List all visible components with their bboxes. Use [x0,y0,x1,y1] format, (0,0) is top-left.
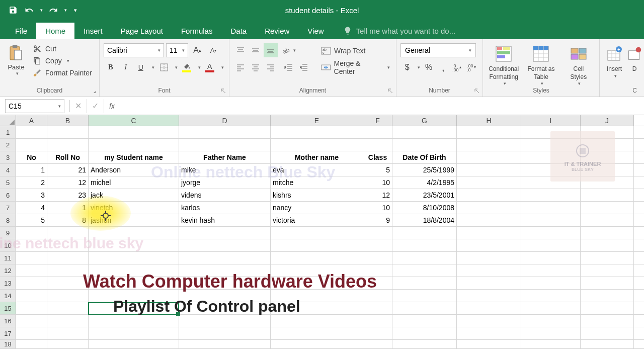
underline-button[interactable]: U [134,60,148,74]
decrease-indent-button[interactable] [282,60,296,74]
underline-dropdown[interactable]: ▾ [149,60,156,74]
conditional-formatting-button[interactable]: Conditional Formatting▾ [487,43,520,87]
cell[interactable] [392,315,457,327]
cell[interactable] [581,189,634,201]
cell[interactable] [457,176,521,189]
cell[interactable] [457,277,521,289]
cell[interactable] [392,327,457,339]
percent-button[interactable]: % [422,60,436,74]
cell[interactable]: videns [179,189,271,201]
cell[interactable] [16,302,47,314]
cell[interactable] [89,139,179,151]
cell[interactable] [363,277,392,289]
cell[interactable] [179,277,271,289]
undo-button[interactable] [21,2,37,18]
cell[interactable] [16,139,47,151]
cell[interactable] [457,164,521,176]
cell-styles-button[interactable]: Cell Styles▾ [562,43,595,87]
cell[interactable] [47,327,89,339]
qat-customize[interactable]: ▾ [69,2,79,18]
clipboard-launcher[interactable] [90,87,97,95]
row-header-5[interactable]: 5 [0,176,16,189]
cell[interactable] [457,340,521,348]
cell[interactable] [16,227,47,239]
cell[interactable] [16,327,47,339]
cell[interactable] [47,290,89,302]
cell[interactable]: vinetch [89,202,179,214]
cell[interactable] [581,277,634,289]
cell[interactable] [16,126,47,138]
cell[interactable] [179,264,271,277]
cell[interactable] [457,151,521,163]
cell[interactable] [363,139,392,151]
cell[interactable] [179,315,271,327]
cell[interactable]: victoria [271,214,363,226]
cell[interactable]: Father Name [179,151,271,163]
cut-button[interactable]: Cut [30,43,94,54]
cell[interactable] [89,340,179,348]
tab-data[interactable]: Data [221,23,256,39]
cell[interactable] [363,252,392,264]
col-header-F[interactable]: F [363,115,392,126]
cell[interactable] [581,264,634,277]
cell[interactable] [47,340,89,348]
accounting-dropdown[interactable]: ▾ [415,60,421,74]
cell[interactable] [457,327,521,339]
tab-file[interactable]: File [6,23,36,39]
cell[interactable]: jashon [89,214,179,226]
row-header-8[interactable]: 8 [0,214,16,226]
cell[interactable] [363,302,392,314]
cell[interactable] [271,302,363,314]
cell[interactable] [363,340,392,348]
cell[interactable]: 25/5/1999 [392,164,457,176]
alignment-launcher[interactable] [387,87,394,95]
cell[interactable] [581,227,634,239]
format-painter-button[interactable]: Format Painter [30,67,94,78]
cell[interactable] [363,290,392,302]
cell[interactable] [521,327,581,339]
cell[interactable] [521,340,581,348]
cell[interactable] [457,189,521,201]
borders-button[interactable] [157,60,171,74]
fx-icon[interactable]: fx [104,102,120,110]
cell[interactable] [392,340,457,348]
cell[interactable]: 2 [16,176,47,189]
cell[interactable] [363,264,392,277]
row-header-15[interactable]: 15 [0,302,16,314]
cell[interactable] [581,340,634,348]
row-header-1[interactable]: 1 [0,126,16,138]
cell[interactable]: 12 [47,176,89,189]
cell[interactable] [89,290,179,302]
cell[interactable]: 21 [47,164,89,176]
fill-color-dropdown[interactable]: ▾ [195,60,202,74]
cell[interactable] [457,126,521,138]
tab-page-layout[interactable]: Page Layout [112,23,172,39]
cell[interactable] [392,227,457,239]
cell[interactable] [89,302,179,314]
cell[interactable] [392,302,457,314]
cell[interactable] [363,126,392,138]
cell[interactable]: 1 [16,164,47,176]
insert-cells-button[interactable]: + Insert▾ [604,43,625,79]
font-color-dropdown[interactable]: ▾ [218,60,225,74]
cell[interactable] [271,126,363,138]
cell[interactable]: Mother name [271,151,363,163]
cell[interactable] [179,239,271,251]
cell[interactable] [47,315,89,327]
cell[interactable] [581,315,634,327]
cell[interactable] [89,264,179,277]
cell[interactable]: Class [363,151,392,163]
increase-font-button[interactable]: A▴ [190,43,204,57]
cell[interactable]: 5 [16,214,47,226]
align-middle-button[interactable] [249,43,263,57]
cell[interactable]: 4 [16,202,47,214]
cell[interactable]: kishrs [271,189,363,201]
cell[interactable] [581,214,634,226]
cell[interactable] [271,315,363,327]
cell[interactable] [271,252,363,264]
italic-button[interactable]: I [119,60,133,74]
cell[interactable] [47,239,89,251]
row-header-2[interactable]: 2 [0,139,16,151]
cell[interactable] [16,239,47,251]
row-header-11[interactable]: 11 [0,252,16,264]
